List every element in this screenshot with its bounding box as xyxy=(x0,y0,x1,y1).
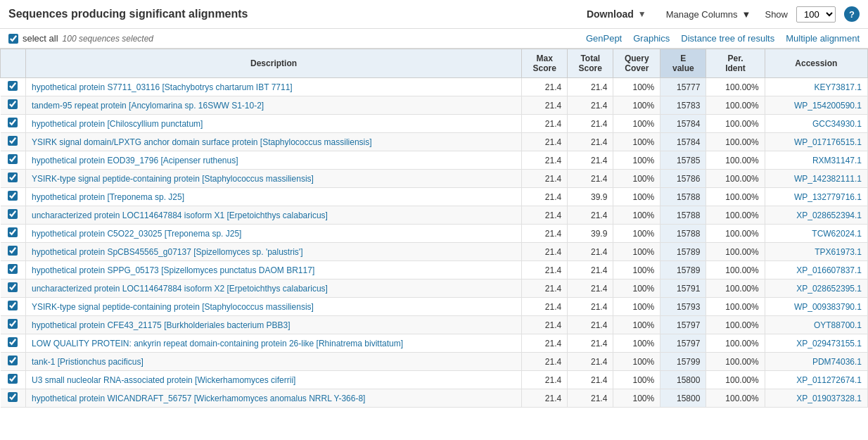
row-description: hypothetical protein C5O22_03025 [Trepon… xyxy=(26,225,522,243)
description-link[interactable]: hypothetical protein SPPG_05173 [Spizell… xyxy=(32,265,314,275)
accession-link[interactable]: WP_142382111.1 xyxy=(794,174,862,184)
row-checkbox[interactable] xyxy=(8,337,18,347)
description-link[interactable]: hypothetical protein C5O22_03025 [Trepon… xyxy=(32,229,241,239)
description-link[interactable]: LOW QUALITY PROTEIN: ankyrin repeat doma… xyxy=(32,339,403,348)
row-description: hypothetical protein EOD39_1796 [Acipens… xyxy=(26,151,522,170)
row-checkbox[interactable] xyxy=(8,264,18,274)
row-query-cover: 100% xyxy=(613,298,660,316)
manage-columns-arrow-icon: ▼ xyxy=(742,9,751,20)
row-checkbox[interactable] xyxy=(8,99,18,109)
row-checkbox[interactable] xyxy=(8,282,18,292)
row-checkbox[interactable] xyxy=(8,154,18,164)
accession-link[interactable]: TCW62024.1 xyxy=(812,229,862,239)
row-checkbox[interactable] xyxy=(8,301,18,310)
description-link[interactable]: tank-1 [Pristionchus pacificus] xyxy=(32,357,143,367)
description-link[interactable]: uncharacterized protein LOC114647884 iso… xyxy=(32,284,328,294)
row-e-value: 15789 xyxy=(660,243,706,261)
row-checkbox[interactable] xyxy=(8,118,18,127)
description-link[interactable]: hypothetical protein EOD39_1796 [Acipens… xyxy=(32,156,238,165)
row-total-score: 21.4 xyxy=(568,133,613,151)
accession-link[interactable]: KEY73817.1 xyxy=(815,82,862,92)
row-per-ident: 100.00% xyxy=(706,389,765,408)
row-total-score: 21.4 xyxy=(568,115,613,133)
description-link[interactable]: hypothetical protein [Chiloscyllium punc… xyxy=(32,119,203,129)
graphics-link[interactable]: Graphics xyxy=(633,33,670,44)
row-per-ident: 100.00% xyxy=(706,206,765,225)
row-total-score: 21.4 xyxy=(568,96,613,115)
row-total-score: 21.4 xyxy=(568,298,613,316)
description-link[interactable]: hypothetical protein SpCBS45565_g07137 [… xyxy=(32,247,302,257)
row-checkbox[interactable] xyxy=(8,172,18,182)
download-button[interactable]: Download ▼ xyxy=(581,6,652,23)
row-max-score: 21.4 xyxy=(522,353,568,371)
row-total-score: 21.4 xyxy=(568,389,613,408)
accession-link[interactable]: XP_016607837.1 xyxy=(796,265,862,275)
row-e-value: 15784 xyxy=(660,115,706,133)
row-accession: XP_028652395.1 xyxy=(765,279,867,298)
row-checkbox-cell xyxy=(1,279,26,298)
description-link[interactable]: hypothetical protein S7711_03116 [Stachy… xyxy=(32,82,293,92)
description-link[interactable]: hypothetical protein WICANDRAFT_56757 [W… xyxy=(32,394,365,403)
row-checkbox-cell xyxy=(1,115,26,133)
accession-link[interactable]: WP_017176515.1 xyxy=(794,137,862,147)
row-query-cover: 100% xyxy=(613,261,660,279)
row-checkbox[interactable] xyxy=(8,209,18,219)
row-accession: TCW62024.1 xyxy=(765,225,867,243)
description-link[interactable]: YSIRK-type signal peptide-containing pro… xyxy=(32,174,314,184)
description-link[interactable]: U3 small nucleolar RNA-associated protei… xyxy=(32,375,295,385)
accession-link[interactable]: XP_019037328.1 xyxy=(796,394,862,403)
accession-link[interactable]: PDM74036.1 xyxy=(812,357,862,367)
row-per-ident: 100.00% xyxy=(706,96,765,115)
row-per-ident: 100.00% xyxy=(706,151,765,170)
accession-link[interactable]: WP_009383790.1 xyxy=(794,302,862,312)
description-link[interactable]: tandem-95 repeat protein [Ancylomarina s… xyxy=(32,101,264,111)
description-link[interactable]: uncharacterized protein LOC114647884 iso… xyxy=(32,210,328,220)
accession-link[interactable]: XP_028652395.1 xyxy=(796,284,862,294)
row-description: hypothetical protein CFE43_21175 [Burkho… xyxy=(26,316,522,334)
accession-link[interactable]: WP_132779716.1 xyxy=(794,192,862,202)
row-checkbox[interactable] xyxy=(8,392,18,402)
row-description: LOW QUALITY PROTEIN: ankyrin repeat doma… xyxy=(26,334,522,353)
accession-link[interactable]: TPX61973.1 xyxy=(815,247,862,257)
row-per-ident: 100.00% xyxy=(706,298,765,316)
row-checkbox[interactable] xyxy=(8,319,18,329)
help-button[interactable]: ? xyxy=(844,6,860,22)
table-row: YSIRK-type signal peptide-containing pro… xyxy=(1,298,868,316)
select-all-checkbox[interactable] xyxy=(8,34,18,44)
manage-columns-button[interactable]: Manage Columns ▼ xyxy=(660,6,757,23)
accession-link[interactable]: XP_028652394.1 xyxy=(796,210,862,220)
row-checkbox[interactable] xyxy=(8,227,18,237)
show-select[interactable]: 100 10 20 50 200 500 xyxy=(796,6,836,23)
table-row: uncharacterized protein LOC114647884 iso… xyxy=(1,279,868,298)
row-query-cover: 100% xyxy=(613,78,660,96)
accession-link[interactable]: RXM31147.1 xyxy=(812,156,862,165)
accession-link[interactable]: GCC34930.1 xyxy=(812,119,862,129)
row-checkbox[interactable] xyxy=(8,81,18,91)
row-accession: KEY73817.1 xyxy=(765,78,867,96)
row-max-score: 21.4 xyxy=(522,261,568,279)
accession-link[interactable]: XP_011272674.1 xyxy=(796,375,862,385)
table-row: tank-1 [Pristionchus pacificus]21.421.41… xyxy=(1,353,868,371)
row-checkbox-cell xyxy=(1,371,26,389)
description-link[interactable]: hypothetical protein CFE43_21175 [Burkho… xyxy=(32,320,291,330)
row-checkbox[interactable] xyxy=(8,191,18,201)
genpept-link[interactable]: GenPept xyxy=(586,33,622,44)
row-max-score: 21.4 xyxy=(522,170,568,188)
description-link[interactable]: hypothetical protein [Treponema sp. J25] xyxy=(32,192,184,202)
table-row: hypothetical protein CFE43_21175 [Burkho… xyxy=(1,316,868,334)
accession-link[interactable]: XP_029473155.1 xyxy=(796,339,862,348)
accession-link[interactable]: OYT88700.1 xyxy=(814,320,862,330)
row-description: tandem-95 repeat protein [Ancylomarina s… xyxy=(26,96,522,115)
row-accession: XP_028652394.1 xyxy=(765,206,867,225)
description-link[interactable]: YSIRK signal domain/LPXTG anchor domain … xyxy=(32,137,372,147)
accession-link[interactable]: WP_154200590.1 xyxy=(794,101,862,111)
row-checkbox[interactable] xyxy=(8,246,18,256)
multiple-alignment-link[interactable]: Multiple alignment xyxy=(786,33,860,44)
row-checkbox[interactable] xyxy=(8,136,18,146)
row-e-value: 15791 xyxy=(660,279,706,298)
row-checkbox[interactable] xyxy=(8,374,18,384)
row-checkbox[interactable] xyxy=(8,356,18,365)
description-link[interactable]: YSIRK-type signal peptide-containing pro… xyxy=(32,302,314,312)
distance-tree-link[interactable]: Distance tree of results xyxy=(681,33,774,44)
row-query-cover: 100% xyxy=(613,115,660,133)
